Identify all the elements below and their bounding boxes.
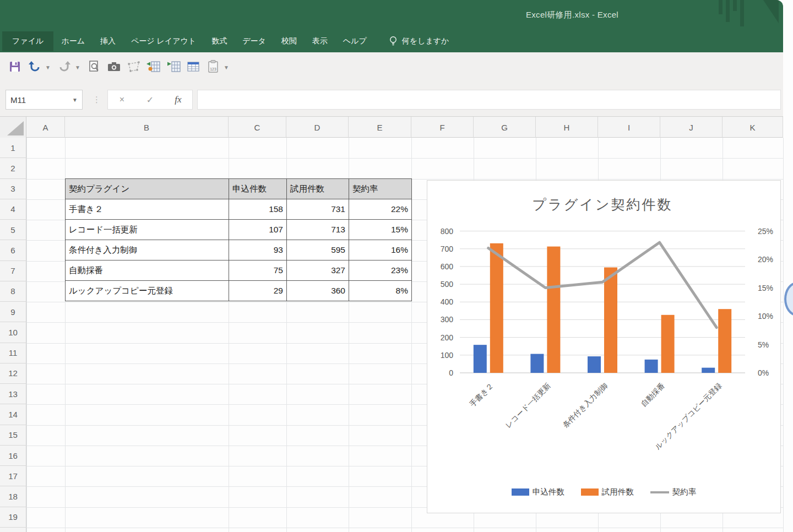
table-cell[interactable]: 条件付き入力制御 bbox=[66, 240, 229, 260]
ribbon-tab-3[interactable]: ページ レイアウト bbox=[123, 31, 204, 51]
row-header-1[interactable]: 1 bbox=[0, 138, 26, 158]
ribbon-tab-8[interactable]: ヘルプ bbox=[335, 31, 374, 51]
table-cell[interactable]: 595 bbox=[287, 240, 349, 260]
column-header-D[interactable]: D bbox=[286, 117, 349, 138]
tell-me-search[interactable]: 何をしますか bbox=[389, 36, 449, 47]
row-header-12[interactable]: 12 bbox=[0, 363, 26, 384]
ribbon-tab-2[interactable]: 挿入 bbox=[93, 31, 123, 51]
table-cell[interactable]: 手書き２ bbox=[66, 199, 229, 220]
table-header-cell[interactable]: 契約率 bbox=[349, 179, 412, 199]
row-header-10[interactable]: 10 bbox=[0, 322, 26, 343]
formula-bar: M11 ▼ ⋮ × ✓ fx bbox=[0, 83, 783, 117]
save-icon bbox=[8, 60, 21, 75]
titlebar-decoration bbox=[740, 0, 744, 26]
column-header-A[interactable]: A bbox=[26, 117, 65, 138]
table-cell[interactable]: ルックアップコピー元登録 bbox=[66, 281, 229, 301]
row-header-14[interactable]: 14 bbox=[0, 404, 26, 425]
ribbon-tab-7[interactable]: 表示 bbox=[305, 31, 335, 51]
table-cell[interactable]: 16% bbox=[349, 240, 412, 260]
legend-label: 契約率 bbox=[672, 487, 697, 497]
column-header-F[interactable]: F bbox=[411, 117, 474, 138]
table-cell[interactable]: 75 bbox=[229, 260, 287, 281]
table-cell[interactable]: 8% bbox=[349, 281, 412, 301]
row-header-19[interactable]: 19 bbox=[0, 507, 26, 528]
ribbon-tab-file[interactable]: ファイル bbox=[2, 31, 53, 51]
name-box[interactable]: M11 ▼ bbox=[6, 90, 83, 110]
table-header-cell[interactable]: 契約プラグイン bbox=[66, 179, 229, 199]
table-cell[interactable]: 327 bbox=[287, 260, 349, 281]
column-header-H[interactable]: H bbox=[536, 117, 598, 138]
table-cell[interactable]: レコード一括更新 bbox=[66, 220, 229, 240]
formula-bar-buttons: × ✓ fx bbox=[107, 90, 193, 110]
table-cell[interactable]: 107 bbox=[229, 220, 287, 240]
legend-label: 試用件数 bbox=[602, 487, 634, 497]
import-columns-left-button[interactable] bbox=[145, 58, 162, 77]
column-header-K[interactable]: K bbox=[723, 117, 783, 138]
row-header-13[interactable]: 13 bbox=[0, 384, 26, 404]
table-cell[interactable]: 自動採番 bbox=[66, 260, 229, 281]
row-header-18[interactable]: 18 bbox=[0, 486, 26, 507]
row-header-partial[interactable] bbox=[0, 528, 26, 532]
embedded-chart[interactable]: 01002003004005006007008000%5%10%15%20%25… bbox=[427, 180, 781, 513]
row-header-17[interactable]: 17 bbox=[0, 466, 26, 486]
ribbon-tab-6[interactable]: 校閲 bbox=[274, 31, 305, 51]
table-cell[interactable]: 93 bbox=[229, 240, 287, 260]
insert-function-button[interactable]: fx bbox=[169, 94, 188, 105]
legend-bar-swatch bbox=[581, 488, 599, 496]
row-header-6[interactable]: 6 bbox=[0, 240, 26, 260]
gridline bbox=[26, 528, 783, 528]
row-header-16[interactable]: 16 bbox=[0, 446, 26, 466]
table-cell[interactable]: 22% bbox=[349, 199, 412, 220]
name-box-dropdown-icon[interactable]: ▼ bbox=[72, 97, 78, 103]
undo-button[interactable] bbox=[26, 58, 43, 77]
row-header-2[interactable]: 2 bbox=[0, 158, 26, 178]
table-format-button[interactable] bbox=[185, 58, 202, 77]
import-columns-right-button[interactable] bbox=[165, 58, 182, 77]
save-button[interactable] bbox=[7, 58, 23, 77]
column-header-E[interactable]: E bbox=[349, 117, 411, 138]
svg-text:400: 400 bbox=[441, 297, 454, 306]
gridline bbox=[26, 158, 783, 159]
row-header-7[interactable]: 7 bbox=[0, 261, 26, 281]
column-header-C[interactable]: C bbox=[229, 117, 286, 138]
formula-input[interactable] bbox=[197, 90, 781, 110]
customize-toolbar-icon[interactable]: ▼ bbox=[222, 64, 230, 70]
table-header-cell[interactable]: 申込件数 bbox=[229, 179, 287, 199]
camera-button[interactable] bbox=[106, 58, 122, 77]
redo-button[interactable] bbox=[56, 58, 73, 77]
row-header-3[interactable]: 3 bbox=[0, 179, 26, 199]
table-cell[interactable]: 713 bbox=[287, 220, 349, 240]
row-header-15[interactable]: 15 bbox=[0, 425, 26, 446]
table-cell[interactable]: 15% bbox=[349, 220, 412, 240]
table-cell[interactable]: 360 bbox=[287, 281, 349, 301]
cancel-button[interactable]: × bbox=[113, 95, 132, 105]
ribbon-tab-4[interactable]: 数式 bbox=[204, 31, 235, 51]
row-header-9[interactable]: 9 bbox=[0, 302, 26, 322]
column-header-I[interactable]: I bbox=[598, 117, 660, 138]
ribbon-tab-1[interactable]: ホーム bbox=[53, 31, 93, 51]
paste-values-123-button[interactable]: 123 bbox=[205, 58, 221, 77]
table-cell[interactable]: 29 bbox=[229, 281, 287, 301]
row-header-5[interactable]: 5 bbox=[0, 220, 26, 240]
row-header-8[interactable]: 8 bbox=[0, 281, 26, 302]
print-preview-button[interactable] bbox=[86, 58, 102, 77]
table-cell[interactable]: 731 bbox=[287, 199, 349, 220]
undo-dropdown-icon[interactable]: ▼ bbox=[44, 64, 52, 70]
row-header-11[interactable]: 11 bbox=[0, 343, 26, 363]
ribbon-tab-5[interactable]: データ bbox=[235, 31, 274, 51]
svg-text:200: 200 bbox=[441, 333, 454, 342]
enter-button[interactable]: ✓ bbox=[141, 95, 160, 105]
freeform-shape-button[interactable] bbox=[126, 58, 142, 77]
column-header-G[interactable]: G bbox=[474, 117, 536, 138]
redo-dropdown-icon[interactable]: ▼ bbox=[74, 64, 82, 70]
table-cell[interactable]: 158 bbox=[229, 199, 287, 220]
table-header-cell[interactable]: 試用件数 bbox=[287, 179, 349, 199]
svg-text:800: 800 bbox=[441, 227, 454, 236]
svg-text:0: 0 bbox=[449, 368, 453, 377]
table-row: レコード一括更新10771315% bbox=[66, 220, 412, 240]
select-all-corner[interactable] bbox=[0, 117, 26, 138]
row-header-4[interactable]: 4 bbox=[0, 199, 26, 220]
column-header-J[interactable]: J bbox=[660, 117, 723, 138]
table-cell[interactable]: 23% bbox=[349, 260, 412, 281]
column-header-B[interactable]: B bbox=[65, 117, 229, 138]
